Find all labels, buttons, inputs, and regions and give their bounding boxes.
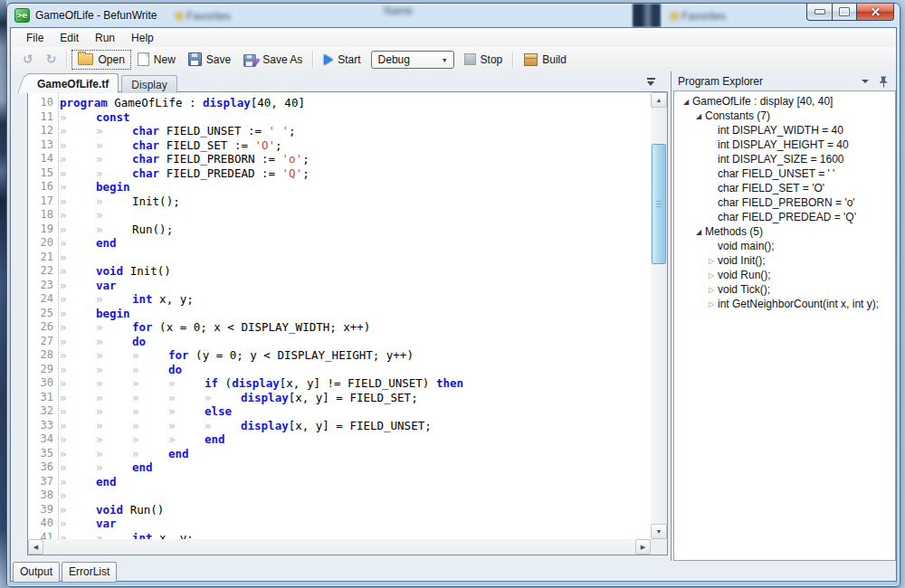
vertical-scroll-thumb[interactable]: [652, 144, 666, 264]
background-window-favorites: Favorites: [176, 10, 231, 23]
window-controls: [806, 4, 894, 21]
scroll-down-button[interactable]: ▼: [651, 524, 667, 539]
tab-gameoflife-tf[interactable]: GameOfLife.tf: [27, 73, 119, 93]
panel-menu-icon[interactable]: [862, 80, 869, 83]
panel-splitter[interactable]: [671, 71, 672, 561]
code-line: 39»void Run(): [28, 503, 651, 517]
toolbar-separator: [66, 52, 68, 68]
collapsed-icon[interactable]: ▷: [705, 286, 718, 294]
redo-button[interactable]: ↻: [40, 50, 63, 69]
toolbar: ↺ ↻ Open New Save Save As: [11, 47, 896, 72]
tab-list-icon[interactable]: [647, 78, 655, 87]
app-window: Favorites Name Favorites >e GameOfLife -…: [6, 3, 900, 587]
run-mode-dropdown[interactable]: Debug ▼: [371, 51, 454, 69]
tree-item[interactable]: char FIELD_PREBORN = 'o': [674, 195, 895, 210]
save-button[interactable]: Save: [182, 49, 237, 70]
line-number: 28: [28, 348, 53, 363]
save-as-icon: [243, 53, 258, 66]
minimize-button[interactable]: [806, 4, 833, 21]
tree-item[interactable]: char FIELD_UNSET = ' ': [674, 166, 895, 181]
scroll-right-button[interactable]: ▶: [635, 539, 651, 555]
tree-item-label: char FIELD_PREDEAD = 'Q': [718, 211, 856, 223]
tree-item[interactable]: ▷void Init();: [674, 253, 895, 268]
start-button-label: Start: [338, 53, 360, 66]
tree-item[interactable]: void main();: [674, 239, 895, 253]
tree-item[interactable]: ◢GameOfLife : display [40, 40]: [674, 94, 895, 109]
code-line: 30»»»»if (display[x, y] != FIELD_UNSET) …: [28, 376, 651, 391]
save-as-button[interactable]: Save As: [237, 50, 309, 70]
line-number: 30: [28, 376, 53, 391]
line-number: 11: [28, 110, 53, 125]
code-line: 20»end: [28, 236, 651, 251]
open-button[interactable]: Open: [71, 50, 130, 70]
collapsed-icon[interactable]: ▷: [705, 257, 718, 265]
pin-icon[interactable]: [879, 76, 889, 88]
tree-item[interactable]: int DISPLAY_HEIGHT = 40: [674, 138, 895, 152]
start-button[interactable]: Start: [318, 50, 367, 70]
line-number: 13: [28, 138, 53, 153]
line-number: 23: [28, 279, 53, 293]
tab-errorlist[interactable]: ErrorList: [62, 562, 117, 583]
scroll-left-button[interactable]: ◀: [28, 539, 43, 555]
expanded-icon[interactable]: ◢: [692, 112, 705, 120]
tree-item-label: int DISPLAY_HEIGHT = 40: [718, 138, 849, 151]
tree-item[interactable]: char FIELD_PREDEAD = 'Q': [674, 210, 895, 224]
tab-output[interactable]: Output: [13, 562, 60, 583]
background-window-edge-band: [633, 4, 661, 27]
tree-item[interactable]: int DISPLAY_SIZE = 1600: [674, 152, 895, 166]
horizontal-scrollbar[interactable]: ◀ ▶: [28, 539, 651, 555]
stop-button[interactable]: Stop: [458, 50, 510, 70]
menu-item-file[interactable]: File: [18, 30, 52, 46]
code-line: 10program GameOfLife : display[40, 40]: [28, 96, 651, 110]
code-line: 19»»Run();: [28, 223, 651, 237]
vertical-scrollbar[interactable]: ▲ ▼: [651, 92, 667, 539]
open-button-label: Open: [98, 53, 124, 66]
tree-item[interactable]: ▷void Run();: [674, 268, 895, 282]
line-number: 10: [28, 96, 53, 110]
maximize-button[interactable]: [833, 4, 857, 21]
code-editor[interactable]: 10program GameOfLife : display[40, 40]11…: [27, 91, 668, 555]
toolbar-separator: [312, 52, 314, 68]
program-explorer-panel: Program Explorer ◢GameOfLife : display […: [673, 72, 896, 561]
code-line: 25»begin: [28, 307, 651, 321]
save-button-label: Save: [206, 53, 231, 66]
tree-item-label: int DISPLAY_SIZE = 1600: [718, 153, 844, 166]
line-number: 20: [28, 236, 53, 251]
menu-item-help[interactable]: Help: [123, 30, 162, 46]
stop-icon: [464, 53, 476, 65]
expanded-icon[interactable]: ◢: [692, 228, 705, 236]
tree-item[interactable]: ▷int GetNeighborCount(int x, int y);: [674, 297, 895, 311]
tree-item-label: char FIELD_UNSET = ' ': [718, 167, 834, 180]
tree-item[interactable]: int DISPLAY_WIDTH = 40: [674, 123, 895, 138]
code-line: 35»»»end: [28, 447, 651, 461]
code-line: 27»»do: [28, 335, 651, 349]
collapsed-icon[interactable]: ▷: [705, 300, 718, 308]
maximize-icon: [839, 7, 850, 16]
code-area[interactable]: 10program GameOfLife : display[40, 40]11…: [28, 92, 651, 539]
tab-display[interactable]: Display: [121, 75, 176, 93]
tree-item[interactable]: char FIELD_SET = 'O': [674, 181, 895, 195]
line-number: 34: [28, 432, 53, 447]
stop-button-label: Stop: [481, 53, 503, 66]
toolbar-separator: [512, 52, 514, 68]
close-button[interactable]: [857, 4, 894, 21]
menu-item-edit[interactable]: Edit: [52, 30, 87, 46]
tree-item-label: char FIELD_SET = 'O': [718, 182, 824, 194]
expanded-icon[interactable]: ◢: [680, 98, 692, 106]
scroll-up-button[interactable]: ▲: [651, 92, 667, 108]
line-number: 19: [28, 223, 53, 237]
collapsed-icon[interactable]: ▷: [705, 271, 718, 280]
menu-item-run[interactable]: Run: [87, 30, 123, 46]
titlebar[interactable]: Favorites Name Favorites >e GameOfLife -…: [8, 4, 899, 27]
tree-item[interactable]: ◢Constants (7): [674, 109, 895, 123]
tree-item-label: void Run();: [718, 269, 771, 281]
build-button[interactable]: Build: [518, 50, 573, 70]
document-tabstrip: GameOfLife.tf Display: [27, 73, 177, 93]
undo-button[interactable]: ↺: [16, 50, 40, 69]
chevron-down-icon: ▼: [442, 57, 448, 63]
tree-item[interactable]: ▷void Tick();: [674, 282, 895, 297]
tree-item[interactable]: ◢Methods (5): [674, 224, 895, 239]
code-line: 33»»»»»display[x, y] = FIELD_UNSET;: [28, 419, 651, 433]
new-button[interactable]: New: [131, 49, 182, 70]
background-window-favorites-2: Favorites: [671, 10, 726, 23]
